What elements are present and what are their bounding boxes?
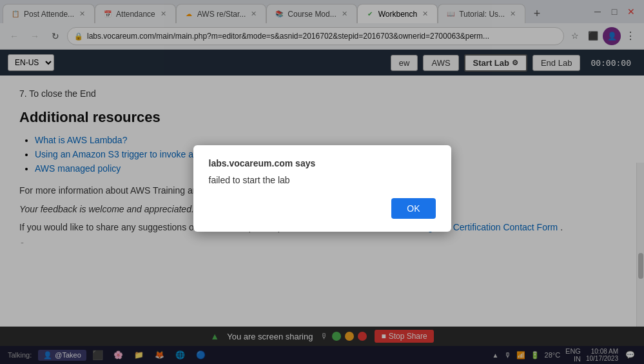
dialog-ok-button[interactable]: OK xyxy=(391,198,435,219)
dialog-message: failed to start the lab xyxy=(209,175,436,185)
dialog-box: labs.vocareum.com says failed to start t… xyxy=(193,145,451,232)
dialog-origin: labs.vocareum.com says xyxy=(209,158,436,168)
dialog-actions: OK xyxy=(209,198,436,219)
dialog-overlay: labs.vocareum.com says failed to start t… xyxy=(0,0,644,364)
